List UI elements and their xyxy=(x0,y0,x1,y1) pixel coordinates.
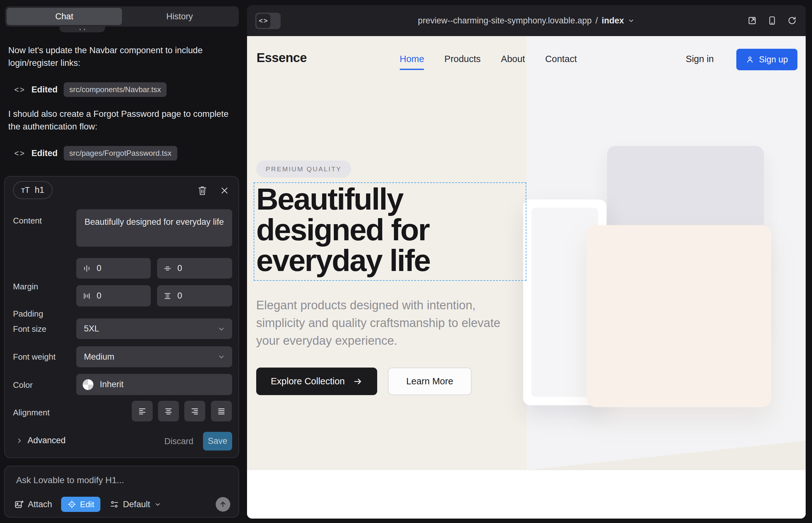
margin-y-input[interactable] xyxy=(177,264,209,273)
type-icon: тT xyxy=(21,185,30,195)
preview-frame: <> preview--charming-site-symphony.lovab… xyxy=(247,5,806,519)
alignment-label: Alignment xyxy=(13,408,50,418)
decorative-card-front xyxy=(586,225,771,407)
selected-element-chip[interactable]: тT h1 xyxy=(13,181,53,199)
refresh-icon xyxy=(787,16,797,25)
hero-description: Elegant products designed with intention… xyxy=(256,296,506,350)
font-weight-select[interactable]: Medium xyxy=(76,346,232,367)
padding-x-input[interactable] xyxy=(96,291,128,301)
discard-button[interactable]: Discard xyxy=(164,437,194,446)
color-select[interactable]: Inherit xyxy=(76,374,232,395)
mode-label: Default xyxy=(123,500,150,509)
code-icon: <> xyxy=(14,149,25,158)
padding-y-input[interactable] xyxy=(177,291,209,301)
arrow-right-icon xyxy=(353,377,363,386)
chat-message: Now let's update the Navbar component to… xyxy=(8,44,232,69)
attach-button[interactable]: Attach xyxy=(14,500,52,509)
composer-input[interactable] xyxy=(16,474,226,492)
arrow-up-icon xyxy=(219,501,227,508)
save-button[interactable]: Save xyxy=(203,432,232,451)
chevron-down-icon xyxy=(628,17,635,24)
padding-vertical-icon xyxy=(163,292,172,300)
tab-history[interactable]: History xyxy=(122,8,237,25)
font-weight-label: Font weight xyxy=(13,352,55,362)
content-label: Content xyxy=(13,216,42,226)
cta-primary-label: Explore Collection xyxy=(271,376,345,386)
element-tag-label: h1 xyxy=(35,185,44,195)
next-section-background xyxy=(247,470,806,519)
align-center-button[interactable] xyxy=(158,401,179,421)
padding-x-field[interactable] xyxy=(76,285,151,306)
element-selection-outline[interactable] xyxy=(254,182,526,281)
padding-horizontal-icon xyxy=(83,292,91,300)
nav-link-contact[interactable]: Contact xyxy=(545,54,577,64)
nav-link-about[interactable]: About xyxy=(501,54,525,64)
close-panel-button[interactable] xyxy=(217,184,231,198)
url-host: preview--charming-site-symphony.lovable.… xyxy=(418,16,592,26)
refresh-button[interactable] xyxy=(787,16,797,25)
align-center-icon xyxy=(164,407,173,416)
code-preview-toggle[interactable]: <> xyxy=(255,13,281,29)
delete-element-button[interactable] xyxy=(195,184,209,198)
site-logo[interactable]: Essence xyxy=(257,51,307,65)
file-edit-row: <> Edited src/pages/ForgotPassword.tsx xyxy=(14,146,177,161)
hero-cta-row: Explore Collection Learn More xyxy=(256,367,472,395)
chevron-down-icon xyxy=(217,325,225,333)
url-separator: / xyxy=(595,16,598,26)
align-left-button[interactable] xyxy=(132,401,153,421)
margin-x-input[interactable] xyxy=(96,264,128,273)
edited-label: Edited xyxy=(31,148,58,158)
learn-more-button[interactable]: Learn More xyxy=(388,367,472,395)
explore-collection-button[interactable]: Explore Collection xyxy=(256,367,377,395)
mode-selector[interactable]: Default xyxy=(110,500,161,509)
chat-composer: Attach Edit Default xyxy=(4,466,239,518)
chat-history-tabbar: Chat History xyxy=(5,6,239,26)
trash-icon xyxy=(198,185,207,196)
code-icon: <> xyxy=(257,14,270,28)
margin-x-field[interactable] xyxy=(76,258,151,278)
close-icon xyxy=(220,186,229,195)
padding-y-field[interactable] xyxy=(157,285,232,306)
hero-badge: PREMIUM QUALITY xyxy=(256,161,351,178)
align-justify-icon xyxy=(217,407,226,416)
sliders-icon xyxy=(110,500,119,509)
sign-up-button[interactable]: Sign up xyxy=(736,49,797,70)
chevron-right-icon xyxy=(16,437,22,444)
file-edit-row: <> Edited src/components/Navbar.tsx xyxy=(14,82,166,97)
chat-message: I should also create a Forgot Password p… xyxy=(8,108,232,133)
advanced-toggle[interactable]: Advanced xyxy=(16,436,66,446)
external-link-icon xyxy=(747,16,757,25)
nav-link-home[interactable]: Home xyxy=(400,54,424,64)
tab-chat[interactable]: Chat xyxy=(7,8,122,25)
sign-up-label: Sign up xyxy=(759,55,788,65)
content-field[interactable]: Beautifully designed for everyday life xyxy=(76,209,232,247)
chevron-down-icon xyxy=(217,353,225,361)
file-path-badge[interactable]: src/pages/ForgotPassword.tsx xyxy=(64,146,177,161)
margin-vertical-icon xyxy=(163,264,172,273)
preview-toolbar: <> preview--charming-site-symphony.lovab… xyxy=(247,5,806,36)
preview-url[interactable]: preview--charming-site-symphony.lovable.… xyxy=(418,16,635,26)
chevron-down-icon xyxy=(154,501,161,508)
site-navbar: Essence Home Products About Contact Sign… xyxy=(247,36,806,84)
mobile-device-icon xyxy=(768,16,777,25)
margin-label: Margin xyxy=(13,282,38,292)
color-label: Color xyxy=(13,380,33,390)
margin-horizontal-icon xyxy=(83,264,91,273)
align-justify-button[interactable] xyxy=(211,401,232,421)
file-path-badge[interactable]: src/components/Navbar.tsx xyxy=(64,82,166,97)
send-button[interactable] xyxy=(216,497,230,511)
edit-mode-button[interactable]: Edit xyxy=(61,497,101,512)
edited-label: Edited xyxy=(31,85,58,95)
font-size-select[interactable]: 5XL xyxy=(76,319,232,339)
attach-image-icon xyxy=(14,500,24,509)
scrolled-chip-remnant xyxy=(59,26,105,32)
open-external-button[interactable] xyxy=(747,16,757,25)
nav-link-products[interactable]: Products xyxy=(444,54,480,64)
font-size-value: 5XL xyxy=(84,324,217,334)
margin-y-field[interactable] xyxy=(157,258,232,278)
align-right-icon xyxy=(190,407,199,416)
mobile-view-button[interactable] xyxy=(768,16,777,25)
sign-in-link[interactable]: Sign in xyxy=(686,54,714,64)
align-right-button[interactable] xyxy=(184,401,205,421)
font-size-label: Font size xyxy=(13,324,47,334)
